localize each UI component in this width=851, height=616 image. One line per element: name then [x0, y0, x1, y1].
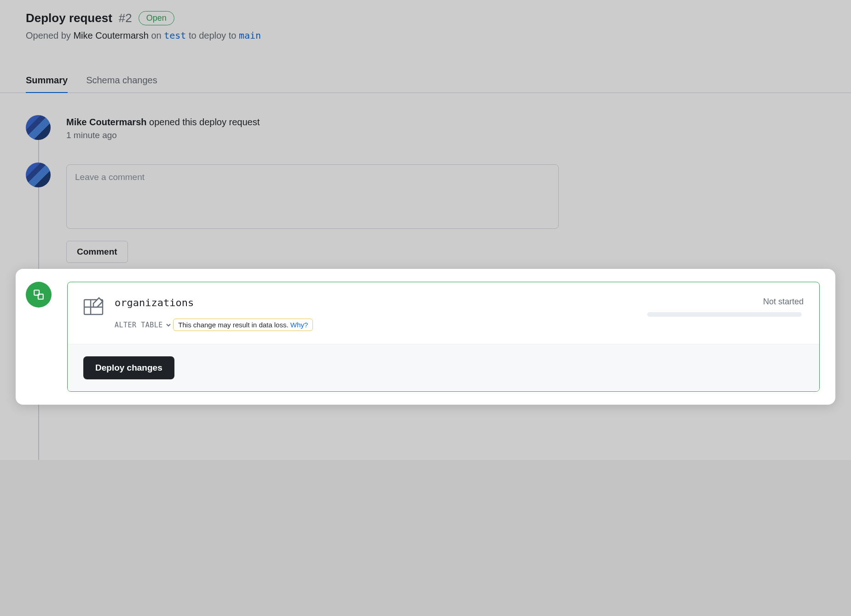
from-branch[interactable]: test: [164, 30, 186, 41]
event-action: opened this deploy request: [149, 117, 260, 127]
deploy-panel: organizations ALTER TABLE This change ma…: [67, 282, 820, 392]
avatar[interactable]: [26, 163, 51, 187]
timeline-event-opened: Mike Coutermarsh opened this deploy requ…: [26, 115, 825, 140]
table-operation-label: ALTER TABLE: [115, 321, 163, 329]
to-branch[interactable]: main: [239, 30, 261, 41]
opened-prefix: Opened by: [26, 30, 71, 41]
deploy-card: organizations ALTER TABLE This change ma…: [16, 269, 835, 405]
deploy-icon: [26, 282, 52, 308]
deploy-request-number: #2: [119, 11, 132, 25]
event-actor[interactable]: Mike Coutermarsh: [66, 117, 147, 127]
warning-pill: This change may result in data loss. Why…: [173, 319, 313, 331]
to-phrase: to deploy to: [189, 30, 236, 41]
event-time: 1 minute ago: [66, 130, 825, 140]
table-name: organizations: [115, 297, 636, 308]
deploy-status-text: Not started: [647, 297, 804, 307]
comment-input[interactable]: [66, 164, 559, 229]
table-edit-icon: [83, 297, 104, 317]
on-word: on: [151, 30, 161, 41]
deploy-changes-button[interactable]: Deploy changes: [83, 356, 174, 379]
timeline-comment-form: Comment: [26, 163, 825, 263]
table-operation-dropdown[interactable]: ALTER TABLE: [115, 321, 171, 329]
warning-text: This change may result in data loss.: [178, 321, 288, 329]
page-title-row: Deploy request #2 Open: [26, 11, 825, 25]
tab-summary[interactable]: Summary: [26, 69, 68, 93]
page-title: Deploy request: [26, 11, 112, 25]
comment-button[interactable]: Comment: [66, 241, 128, 263]
tab-schema-changes[interactable]: Schema changes: [86, 69, 157, 93]
warning-why-link[interactable]: Why?: [290, 321, 308, 329]
progress-bar: [647, 312, 802, 317]
chevron-down-icon: [166, 322, 171, 328]
author-name[interactable]: Mike Coutermarsh: [73, 30, 148, 41]
status-badge: Open: [139, 11, 174, 25]
avatar[interactable]: [26, 115, 51, 140]
subtitle: Opened by Mike Coutermarsh on test to de…: [26, 30, 825, 41]
tabs: Summary Schema changes: [0, 69, 851, 93]
event-line: Mike Coutermarsh opened this deploy requ…: [66, 117, 825, 128]
